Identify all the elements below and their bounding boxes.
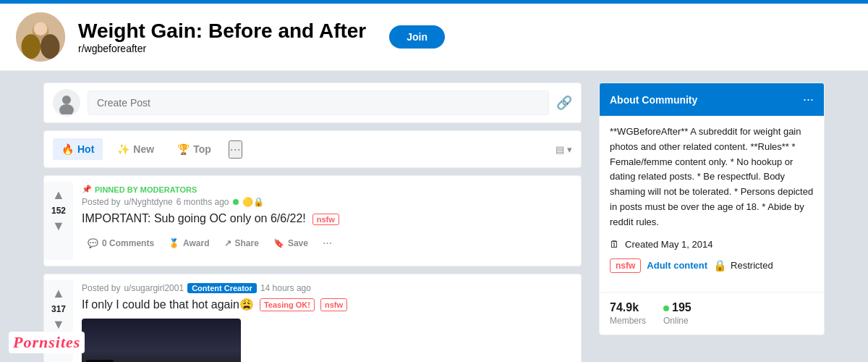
post-author-2[interactable]: u/sugargirl2001 — [124, 283, 184, 293]
about-description: **WGBeforeAfter** A subreddit for weight… — [610, 125, 814, 230]
share-icon: ↗ — [224, 238, 231, 248]
svg-point-4 — [34, 22, 48, 35]
link-icon: 🔗 — [556, 95, 572, 111]
about-body: **WGBeforeAfter** A subreddit for weight… — [600, 116, 824, 292]
online-label: Online — [663, 316, 692, 326]
post-meta: Posted by u/Nyghtdyne 6 months ago 🟡🔒 — [82, 197, 572, 207]
sparkle-icon: ✨ — [117, 143, 129, 155]
create-post-input[interactable] — [88, 90, 549, 115]
stats-row: 74.9k Members 195 Online — [600, 292, 824, 334]
sort-more-button[interactable]: ··· — [229, 140, 242, 159]
post-author[interactable]: u/Nyghtdyne — [124, 197, 172, 207]
about-title: About Community — [610, 94, 697, 106]
sort-bar: 🔥 Hot ✨ New 🏆 Top ··· ▤ ▾ — [43, 130, 582, 168]
post-card-2: ▲ 317 ▼ Posted by u/sugargirl2001 Conten… — [43, 274, 582, 362]
post-time-2: 14 hours ago — [260, 283, 311, 293]
teasing-badge: Teasing OK! — [260, 298, 315, 311]
header-info: Weight Gain: Before and After r/wgbefore… — [78, 20, 366, 54]
pinned-label: 📌 PINNED BY MODERATORS — [82, 185, 572, 194]
svg-point-3 — [41, 34, 59, 59]
feed: 🔗 🔥 Hot ✨ New 🏆 Top ··· ▤ ▾ — [43, 83, 582, 362]
vote-count-2: 317 — [51, 304, 66, 314]
restricted-badge: 🔒 Restricted — [713, 259, 773, 272]
downvote-icon[interactable]: ▼ — [52, 219, 65, 234]
about-more-button[interactable]: ··· — [803, 92, 814, 107]
post-thumbnail[interactable]: 10:54 — [82, 319, 241, 362]
lock-icon: 🔒 — [713, 259, 727, 272]
online-count: 195 — [663, 301, 692, 314]
content-creator-badge: Content Creator — [187, 283, 257, 293]
sidebar: About Community ··· **WGBeforeAfter** A … — [599, 83, 825, 362]
award-icon: 🏅 — [169, 238, 179, 248]
online-dot — [663, 306, 669, 311]
adult-content-link[interactable]: Adult content — [647, 260, 707, 271]
status-dot — [233, 199, 239, 205]
comments-button[interactable]: 💬 0 Comments — [82, 234, 160, 253]
members-label: Members — [610, 316, 646, 326]
save-button[interactable]: 🔖 Save — [268, 234, 314, 253]
sort-view-toggle[interactable]: ▤ ▾ — [556, 144, 572, 155]
upvote-icon-2[interactable]: ▲ — [52, 286, 65, 301]
award-button[interactable]: 🏅 Award — [163, 234, 215, 253]
calendar-icon: 🗓 — [610, 239, 619, 250]
create-post-box: 🔗 — [43, 83, 582, 123]
sort-top-button[interactable]: 🏆 Top — [169, 138, 220, 160]
comment-icon: 💬 — [88, 238, 98, 248]
svg-point-6 — [62, 96, 71, 104]
svg-point-2 — [22, 34, 41, 59]
community-title: Weight Gain: Before and After — [78, 20, 366, 43]
nsfw-badge: nsfw — [312, 214, 339, 225]
members-count: 74.9k — [610, 301, 646, 314]
post-body: 📌 PINNED BY MODERATORS Posted by u/Nyght… — [73, 182, 581, 260]
post-card-pinned: ▲ 152 ▼ 📌 PINNED BY MODERATORS Posted by… — [43, 175, 582, 266]
post-time: 6 months ago — [176, 197, 229, 207]
online-stat: 195 Online — [663, 301, 692, 326]
about-header: About Community ··· — [600, 83, 824, 116]
vote-count: 152 — [51, 206, 66, 216]
watermark: Pornsites — [9, 332, 85, 353]
about-community-box: About Community ··· **WGBeforeAfter** A … — [599, 83, 825, 335]
members-stat: 74.9k Members — [610, 301, 646, 326]
nsfw-badge-2: nsfw — [320, 298, 347, 311]
community-avatar — [14, 11, 67, 63]
downvote-icon-2[interactable]: ▼ — [52, 317, 65, 332]
join-button[interactable]: Join — [389, 25, 445, 49]
bookmark-icon: 🔖 — [273, 238, 284, 248]
about-nsfw-tag: nsfw — [610, 258, 641, 273]
about-created: 🗓 Created May 1, 2014 — [610, 239, 814, 250]
share-button[interactable]: ↗ Share — [218, 234, 265, 253]
view-icon: ▤ — [556, 144, 564, 155]
post-more-button[interactable]: ··· — [317, 232, 338, 254]
post-title[interactable]: IMPORTANT: Sub going OC only on 6/6/22! … — [82, 211, 572, 227]
subreddit-name: r/wgbeforeafter — [78, 43, 366, 54]
post-meta-2: Posted by u/sugargirl2001 Content Creato… — [82, 283, 572, 293]
post-title-2[interactable]: If only I could be that hot again😩 Teasi… — [82, 298, 572, 313]
posted-by-2: Posted by — [82, 283, 120, 293]
upvote-icon[interactable]: ▲ — [52, 188, 65, 203]
thumb-time: 10:54 — [86, 360, 114, 362]
about-tags: nsfw Adult content 🔒 Restricted — [610, 258, 814, 273]
sort-hot-button[interactable]: 🔥 Hot — [53, 138, 103, 160]
fire-icon: 🔥 — [61, 143, 74, 155]
posted-by-label: Posted by — [82, 197, 120, 207]
vote-col: ▲ 152 ▼ — [44, 182, 73, 260]
sort-new-button[interactable]: ✨ New — [109, 138, 163, 160]
status-icons: 🟡🔒 — [242, 197, 264, 207]
pin-icon: 📌 — [82, 185, 92, 194]
chevron-down-icon: ▾ — [567, 144, 572, 155]
header: Weight Gain: Before and After r/wgbefore… — [0, 4, 868, 71]
trophy-icon: 🏆 — [177, 143, 190, 155]
create-post-user-icon — [53, 89, 80, 117]
post-body-2: Posted by u/sugargirl2001 Content Creato… — [73, 280, 581, 362]
post-actions: 💬 0 Comments 🏅 Award ↗ Share 🔖 — [82, 232, 572, 254]
